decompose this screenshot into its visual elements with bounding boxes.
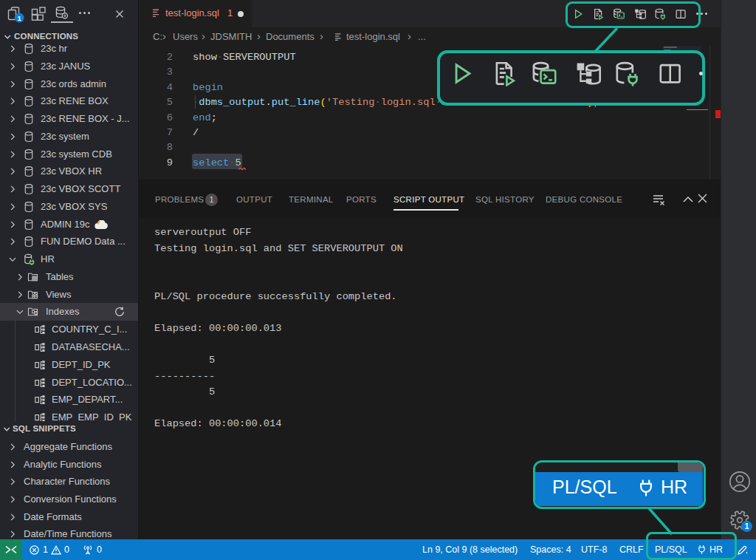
svg-text:1: 1 bbox=[18, 14, 22, 22]
